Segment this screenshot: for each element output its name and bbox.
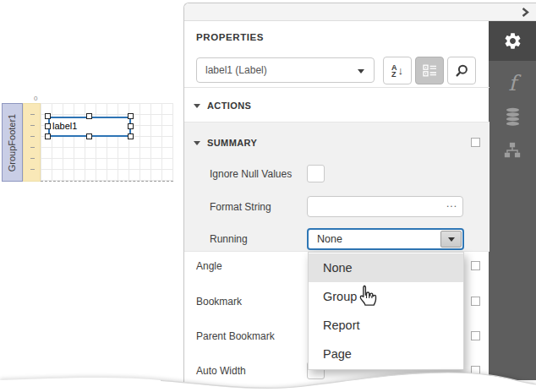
resize-handle-e[interactable]	[128, 123, 134, 129]
database-icon	[504, 107, 522, 127]
resize-handle-n[interactable]	[86, 113, 92, 119]
running-combobox-drop-button[interactable]	[440, 231, 462, 248]
ignore-null-values-checkbox[interactable]	[307, 165, 325, 182]
group-footer-band[interactable]: GroupFooter1	[2, 103, 23, 182]
resize-handle-sw[interactable]	[45, 133, 51, 139]
control-selector-value: label1 (Label)	[205, 64, 267, 76]
chevron-down-icon	[358, 69, 364, 74]
category-view-icon	[423, 64, 437, 77]
function-icon: f	[508, 73, 516, 94]
divider	[184, 87, 490, 88]
resize-handle-w[interactable]	[45, 123, 51, 129]
tab-properties[interactable]	[489, 21, 536, 61]
tab-expressions[interactable]: f	[489, 66, 536, 100]
running-combobox[interactable]: None	[307, 228, 464, 250]
properties-panel: f	[183, 3, 536, 392]
row-angle-label: Angle	[196, 260, 222, 272]
format-string-label: Format String	[210, 201, 271, 213]
design-grid[interactable]	[41, 103, 173, 181]
ruler-tick	[30, 136, 35, 137]
band-bottom-boundary[interactable]	[41, 181, 173, 182]
ruler-zero-label: 0	[34, 95, 37, 102]
summary-property-marker[interactable]	[471, 138, 480, 147]
resize-handle-s[interactable]	[86, 133, 92, 139]
gear-icon	[503, 31, 522, 51]
angle-property-marker[interactable]	[471, 261, 480, 270]
section-summary-block: SUMMARY Ignore Null Values Format String…	[184, 122, 490, 252]
resize-handle-se[interactable]	[128, 133, 134, 139]
section-actions[interactable]: ACTIONS	[194, 101, 251, 111]
panel-collapse-bar	[184, 3, 536, 21]
collapse-panel-chevron-icon[interactable]	[520, 7, 530, 18]
ignore-null-values-label: Ignore Null Values	[210, 168, 292, 180]
format-string-input[interactable]	[307, 196, 463, 217]
resize-handle-ne[interactable]	[128, 113, 134, 119]
running-label: Running	[210, 233, 248, 245]
report-designer: GroupFooter1 0 label1	[0, 0, 536, 392]
dropdown-item-page[interactable]: Page	[309, 340, 463, 368]
resize-handle-nw[interactable]	[45, 113, 51, 119]
collapse-triangle-icon	[194, 141, 200, 145]
format-string-ellipsis-button[interactable]: ...	[446, 198, 457, 210]
tab-field-list[interactable]	[489, 100, 536, 133]
row-parent-bookmark-label: Parent Bookmark	[196, 330, 275, 342]
band-label: GroupFooter1	[8, 113, 18, 171]
ruler-tick	[30, 147, 35, 148]
running-combobox-value: None	[317, 230, 342, 248]
collapse-triangle-icon	[194, 104, 200, 108]
search-icon	[454, 63, 469, 79]
running-dropdown-list: None Group Report Page	[308, 252, 464, 370]
search-button[interactable]	[447, 57, 476, 84]
bookmark-property-marker[interactable]	[471, 297, 480, 306]
ruler-tick	[30, 114, 35, 115]
dropdown-item-report[interactable]: Report	[309, 311, 463, 340]
row-bookmark-label: Bookmark	[196, 296, 242, 308]
chevron-down-icon	[448, 237, 455, 242]
section-summary-label: SUMMARY	[207, 138, 257, 148]
row-auto-width-label: Auto Width	[196, 365, 246, 377]
ruler-tick	[30, 125, 35, 126]
tab-report-explorer[interactable]	[489, 133, 536, 167]
category-view-button[interactable]	[415, 57, 444, 84]
ruler-tick	[30, 169, 35, 170]
designer-side-toolbar: f	[489, 21, 536, 380]
control-selector-dropdown[interactable]: label1 (Label)	[196, 57, 375, 83]
ruler-tick	[30, 158, 35, 159]
sort-az-icon: AZ	[391, 64, 397, 78]
parent-bookmark-property-marker[interactable]	[471, 331, 480, 340]
section-actions-label: ACTIONS	[207, 101, 251, 111]
section-summary[interactable]: SUMMARY	[194, 138, 257, 148]
panel-title: PROPERTIES	[196, 32, 264, 42]
dropdown-item-none[interactable]: None	[309, 253, 463, 282]
hierarchy-icon	[503, 141, 522, 160]
dropdown-item-group[interactable]: Group	[309, 282, 463, 311]
label1-text: label1	[52, 121, 77, 131]
sort-az-button[interactable]: AZ ↓	[383, 57, 412, 84]
auto-width-property-marker[interactable]	[471, 366, 480, 375]
